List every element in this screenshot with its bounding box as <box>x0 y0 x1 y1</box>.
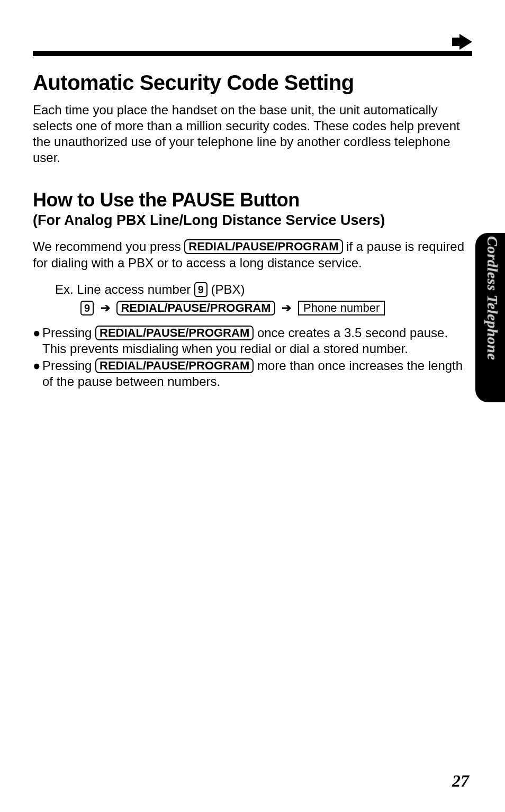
section-2-subtitle: (For Analog PBX Line/Long Distance Servi… <box>33 212 472 229</box>
bullet-item: ● Pressing REDIAL/PAUSE/PROGRAM more tha… <box>33 358 472 390</box>
bullet-list: ● Pressing REDIAL/PAUSE/PROGRAM once cre… <box>33 325 472 390</box>
redial-pause-program-key: REDIAL/PAUSE/PROGRAM <box>95 326 254 340</box>
intro-pre: We recommend you press <box>33 239 184 254</box>
section-1-body: Each time you place the handset on the b… <box>33 102 472 166</box>
continue-arrow-icon <box>459 34 472 50</box>
redial-pause-program-key: REDIAL/PAUSE/PROGRAM <box>116 301 275 315</box>
bullet-dot-icon: ● <box>33 358 42 390</box>
digit-9-key: 9 <box>194 282 208 297</box>
example-block: Ex. Line access number 9 (PBX) 9 ➔ REDIA… <box>55 281 472 318</box>
phone-number-placeholder: Phone number <box>298 301 385 315</box>
bullet-dot-icon: ● <box>33 325 42 357</box>
section-divider <box>33 51 472 56</box>
example-line1-pre: Ex. Line access number <box>55 282 194 296</box>
example-line-1: Ex. Line access number 9 (PBX) <box>55 281 472 299</box>
bullet2-pre: Pressing <box>42 358 95 373</box>
manual-page: Automatic Security Code Setting Each tim… <box>0 0 505 390</box>
bullet-item: ● Pressing REDIAL/PAUSE/PROGRAM once cre… <box>33 325 472 357</box>
bullet-2-content: Pressing REDIAL/PAUSE/PROGRAM more than … <box>42 358 472 390</box>
redial-pause-program-key: REDIAL/PAUSE/PROGRAM <box>184 239 342 254</box>
bullet-1-content: Pressing REDIAL/PAUSE/PROGRAM once creat… <box>42 325 472 357</box>
section-2-intro: We recommend you press REDIAL/PAUSE/PROG… <box>33 238 472 271</box>
section-2-title: How to Use the PAUSE Button <box>33 189 472 211</box>
arrow-right-icon: ➔ <box>101 300 110 317</box>
digit-9-key: 9 <box>80 301 94 315</box>
section-1-title: Automatic Security Code Setting <box>33 71 472 95</box>
section-thumb-tab: Cordless Telephone <box>475 233 505 402</box>
example-line1-post: (PBX) <box>208 282 245 296</box>
section-thumb-label: Cordless Telephone <box>484 236 501 360</box>
example-line-2: 9 ➔ REDIAL/PAUSE/PROGRAM ➔ Phone number <box>80 299 472 318</box>
arrow-right-icon: ➔ <box>282 300 291 317</box>
page-number: 27 <box>452 771 469 791</box>
redial-pause-program-key: REDIAL/PAUSE/PROGRAM <box>95 358 254 373</box>
bullet1-pre: Pressing <box>42 326 95 340</box>
